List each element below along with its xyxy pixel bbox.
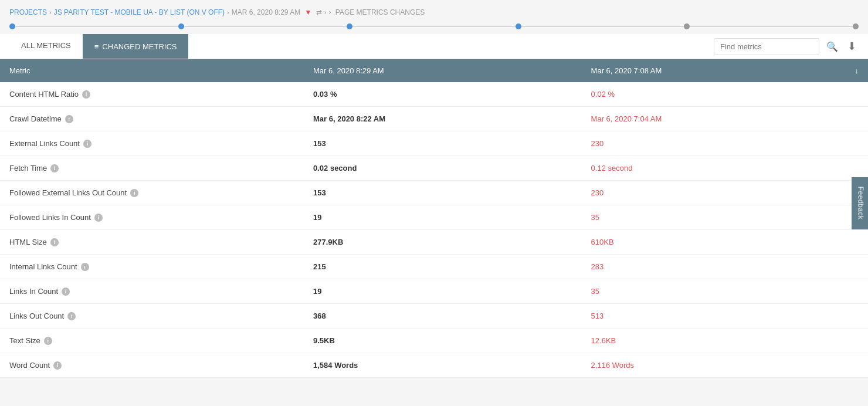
metric-val1: 19 xyxy=(304,279,582,304)
info-icon[interactable]: i xyxy=(81,263,89,271)
search-button[interactable]: 🔍 xyxy=(824,39,840,55)
chevron-icon-1: › xyxy=(49,9,52,16)
metric-name-cell: Fetch Timei xyxy=(0,156,304,181)
metric-val2: 0.02 % xyxy=(582,82,868,107)
metric-val1: 9.5KB xyxy=(304,329,582,353)
metric-name-cell: Word Counti xyxy=(0,353,304,378)
timeline xyxy=(0,19,868,34)
sort-arrow-icon[interactable]: ↓ xyxy=(855,66,859,75)
metric-val2: Mar 6, 2020 7:04 AM xyxy=(582,107,868,131)
metric-val1: 0.02 second xyxy=(304,156,582,181)
metric-val2: 230 xyxy=(582,181,868,205)
table-row: HTML Sizei277.9KB610KB xyxy=(0,230,868,255)
date-dropdown-icon[interactable]: ▼ xyxy=(305,8,312,16)
timeline-dot-6[interactable] xyxy=(853,23,859,29)
tab-changed-metrics[interactable]: ≡ CHANGED METRICS xyxy=(83,34,189,59)
info-icon[interactable]: i xyxy=(65,115,73,123)
metric-label: Followed Links In Count xyxy=(9,213,91,222)
metric-label: Links In Count xyxy=(9,287,58,296)
metric-val2: 2,116 Words xyxy=(582,353,868,378)
metric-val2: 513 xyxy=(582,304,868,329)
metric-label: HTML Size xyxy=(9,238,47,246)
info-icon[interactable]: i xyxy=(50,238,59,246)
nav-arrows[interactable]: ⇄ xyxy=(316,8,322,16)
table-row: Followed External Links Out Counti153230 xyxy=(0,181,868,205)
table-row: Links In Counti1935 xyxy=(0,279,868,304)
timeline-dot-3[interactable] xyxy=(347,23,352,29)
metric-val1: 368 xyxy=(304,304,582,329)
table-row: External Links Counti153230 xyxy=(0,131,868,156)
col-metric: Metric xyxy=(0,59,304,82)
metric-val1: Mar 6, 2020 8:22 AM xyxy=(304,107,582,131)
metric-name-cell: Followed External Links Out Counti xyxy=(0,181,304,205)
chevron-icon-pm: › xyxy=(328,8,331,16)
table-row: Fetch Timei0.02 second0.12 second xyxy=(0,156,868,181)
metric-label: Links Out Count xyxy=(9,312,64,320)
info-icon[interactable]: i xyxy=(50,164,59,172)
metric-val1: 153 xyxy=(304,181,582,205)
metric-label: Followed External Links Out Count xyxy=(9,188,127,197)
metric-name-cell: Crawl Datetimei xyxy=(0,107,304,131)
metric-val2: 610KB xyxy=(582,230,868,255)
download-button[interactable]: ⬇ xyxy=(845,38,859,55)
metric-label: External Links Count xyxy=(9,139,80,148)
metric-val1: 0.03 % xyxy=(304,82,582,107)
metric-val2: 283 xyxy=(582,255,868,279)
metric-name-cell: Followed Links In Counti xyxy=(0,205,304,230)
metrics-table-container: Metric Mar 6, 2020 8:29 AM Mar 6, 2020 7… xyxy=(0,59,868,378)
table-row: Crawl DatetimeiMar 6, 2020 8:22 AMMar 6,… xyxy=(0,107,868,131)
metric-label: Text Size xyxy=(9,336,40,345)
metric-val1: 1,584 Words xyxy=(304,353,582,378)
info-icon[interactable]: i xyxy=(62,287,70,296)
table-row: Followed Links In Counti1935 xyxy=(0,205,868,230)
metrics-table: Metric Mar 6, 2020 8:29 AM Mar 6, 2020 7… xyxy=(0,59,868,378)
tab-all-metrics[interactable]: ALL METRICS xyxy=(9,34,83,59)
col-date2: Mar 6, 2020 7:08 AM ↓ xyxy=(582,59,868,82)
metric-label: Crawl Datetime xyxy=(9,114,62,123)
table-row: Internal Links Counti215283 xyxy=(0,255,868,279)
metric-name-cell: Links In Counti xyxy=(0,279,304,304)
breadcrumb-date: MAR 6, 2020 8:29 AM ▼ ⇄ xyxy=(232,8,322,16)
breadcrumb-projects[interactable]: PROJECTS xyxy=(9,8,47,16)
table-row: Text Sizei9.5KB12.6KB xyxy=(0,329,868,353)
info-icon[interactable]: i xyxy=(67,312,76,320)
table-row: Content HTML Ratioi0.03 %0.02 % xyxy=(0,82,868,107)
tabs-area: ALL METRICS ≡ CHANGED METRICS 🔍 ⬇ xyxy=(0,34,868,59)
metric-val2: 12.6KB xyxy=(582,329,868,353)
metric-name-cell: Links Out Counti xyxy=(0,304,304,329)
timeline-dot-4[interactable] xyxy=(516,23,521,29)
metric-val1: 277.9KB xyxy=(304,230,582,255)
metric-val1: 19 xyxy=(304,205,582,230)
chevron-icon-3: › xyxy=(324,9,327,16)
bars-icon: ≡ xyxy=(94,42,99,51)
metric-label: Word Count xyxy=(9,361,50,370)
tabs: ALL METRICS ≡ CHANGED METRICS xyxy=(9,34,188,59)
col-date1: Mar 6, 2020 8:29 AM xyxy=(304,59,582,82)
metric-name-cell: Content HTML Ratioi xyxy=(0,82,304,107)
metric-val2: 230 xyxy=(582,131,868,156)
breadcrumb-project[interactable]: JS PARITY TEST - MOBILE UA - BY LIST (ON… xyxy=(54,8,225,16)
metric-label: Content HTML Ratio xyxy=(9,90,79,99)
info-icon[interactable]: i xyxy=(44,337,52,345)
metric-label: Fetch Time xyxy=(9,164,47,172)
timeline-dot-1[interactable] xyxy=(9,23,15,29)
chevron-icon-2: › xyxy=(227,9,229,16)
timeline-dot-2[interactable] xyxy=(178,23,184,29)
metric-name-cell: Text Sizei xyxy=(0,329,304,353)
search-area: 🔍 ⬇ xyxy=(714,38,859,55)
info-icon[interactable]: i xyxy=(94,214,103,222)
table-row: Word Counti1,584 Words2,116 Words xyxy=(0,353,868,378)
breadcrumb-page-metrics: › PAGE METRICS CHANGES xyxy=(328,8,425,16)
info-icon[interactable]: i xyxy=(83,140,91,148)
metric-label: Internal Links Count xyxy=(9,262,77,271)
feedback-tab[interactable]: Feedback xyxy=(852,177,868,229)
table-header-row: Metric Mar 6, 2020 8:29 AM Mar 6, 2020 7… xyxy=(0,59,868,82)
search-input[interactable] xyxy=(714,38,819,55)
metric-val2: 35 xyxy=(582,279,868,304)
metric-name-cell: External Links Counti xyxy=(0,131,304,156)
info-icon[interactable]: i xyxy=(130,189,138,197)
timeline-dot-5[interactable] xyxy=(684,23,690,29)
info-icon[interactable]: i xyxy=(82,90,90,99)
info-icon[interactable]: i xyxy=(53,361,62,370)
metric-val2: 35 xyxy=(582,205,868,230)
